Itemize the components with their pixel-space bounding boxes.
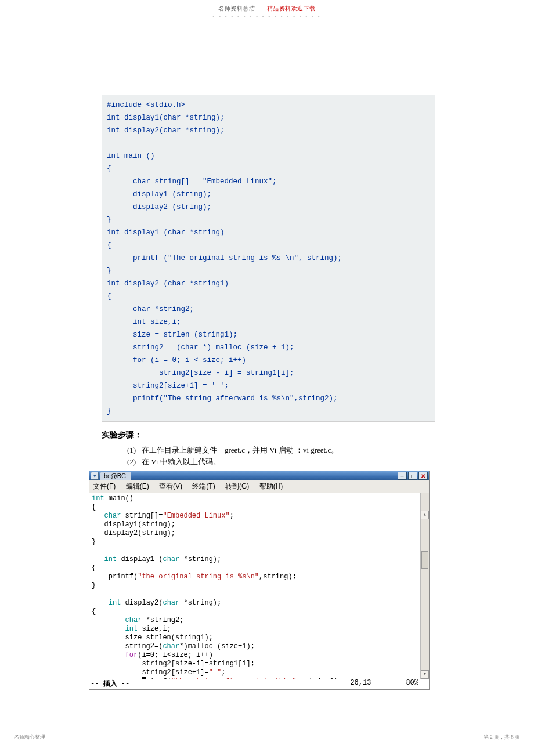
maximize-button[interactable]: □ [408,472,417,480]
window-menu-icon[interactable]: ▾ [91,472,99,480]
menu-file[interactable]: 文件(F) [93,482,116,490]
kw: char [163,555,179,563]
str: "the string afterward is %s\n" [171,678,297,679]
t: ; [230,512,234,520]
t [92,678,142,679]
t: display1 ( [117,555,163,563]
terminal-window: ▾ bc@BC: – □ ✕ 文件(F) 编辑(E) 查看(V) 终端(T) 转… [89,471,430,690]
t: string2[size+1]= [92,668,209,677]
footer-left-label: 名师精心整理 [14,733,45,741]
step-1-num: (1) [127,446,136,454]
t: display1(string); [92,520,175,529]
vi-percent: 80% [406,679,418,689]
t: ; [221,668,225,677]
t: display2(string); [92,529,175,537]
str: " " [209,668,222,677]
t: } [92,538,96,546]
menu-terminal[interactable]: 终端(T) [192,482,215,490]
t: ,string); [259,573,297,581]
t: { [92,503,96,511]
t: string[]= [121,512,163,520]
header-prefix: 名师资料总结 - - - [218,5,267,12]
t: } [92,581,96,589]
step-1-text-b: greet.c，并用 Vi 启动 ：vi greet.c。 [225,446,338,454]
t: string2[size-i]=string1[i]; [92,660,255,668]
vi-position: 26,13 [350,679,371,689]
t: main() [104,494,134,502]
header-suffix: 精品资料欢迎下载 [267,5,316,12]
t: , string2); [297,678,342,679]
footer-right: 第 2 页，共 8 页 . . . . . . . . . [483,733,520,746]
steps-list: (1) 在工作目录上新建文件 greet.c，并用 Vi 启动 ：vi gree… [102,445,435,467]
str: "the original string is %s\n" [138,573,259,581]
str: "Embedded Linux" [163,512,229,520]
kw: int [92,494,104,502]
titlebar: ▾ bc@BC: – □ ✕ [89,471,429,480]
t: { [92,607,96,616]
t: printf( [92,573,138,581]
footer-right-dots: . . . . . . . . . [483,741,520,746]
t: *)malloc (size+1); [179,642,255,650]
t: (i=0; i<size; i++) [138,651,213,659]
menu-help[interactable]: 帮助(H) [259,482,283,490]
scroll-up-icon[interactable]: ▴ [421,511,429,519]
scrollbar[interactable]: ▴ ▾ [420,493,429,679]
vi-mode: -- 插入 -- [91,679,129,689]
t: string2=( [92,642,163,650]
kw: char [163,599,179,607]
menubar: 文件(F) 编辑(E) 查看(V) 终端(T) 转到(G) 帮助(H) [89,480,429,493]
footer-left-dots: . . . . . . . [14,741,45,746]
t: *string); [179,599,221,607]
minimize-button[interactable]: – [398,472,407,480]
kw: int [92,555,117,563]
vi-status-bar: -- 插入 -- 26,13 80% [89,679,429,689]
step-1-text-a: 在工作目录上新建文件 [142,446,217,454]
scroll-thumb[interactable] [421,551,428,569]
scroll-down-icon[interactable]: ▾ [421,670,429,679]
kw: int [92,625,138,633]
header-dots: - - - - - - - - - - - - - - - - - - [0,14,534,19]
close-button[interactable]: ✕ [418,472,428,480]
t: ringf( [146,678,171,679]
page-header: 名师资料总结 - - -精品资料欢迎下载 - - - - - - - - - -… [0,0,534,19]
step-2-text: 在 Vi 中输入以上代码。 [142,457,221,466]
terminal-body[interactable]: int main() { char string[]="Embedded Lin… [89,493,429,679]
footer-right-label: 第 2 页，共 8 页 [483,733,520,741]
section-title: 实验步骤： [102,430,435,440]
kw: char [163,642,179,650]
window-title: bc@BC: [100,472,131,480]
menu-edit[interactable]: 编辑(E) [126,482,149,490]
kw: for [92,651,138,659]
kw: int [92,599,121,607]
kw: char [92,512,121,520]
t: { [92,564,96,572]
menu-view[interactable]: 查看(V) [159,482,182,490]
kw: char [92,616,142,624]
t: *string2; [142,616,183,624]
code-block: #include <stdio.h> int display1(char *st… [102,95,435,422]
t: *string); [179,555,221,563]
step-2-num: (2) [127,457,136,466]
t: size=strlen(string1); [92,634,213,642]
footer-left: 名师精心整理 . . . . . . . [14,733,45,746]
t: size,i; [138,625,171,633]
menu-goto[interactable]: 转到(G) [225,482,249,490]
t: display2( [121,599,163,607]
